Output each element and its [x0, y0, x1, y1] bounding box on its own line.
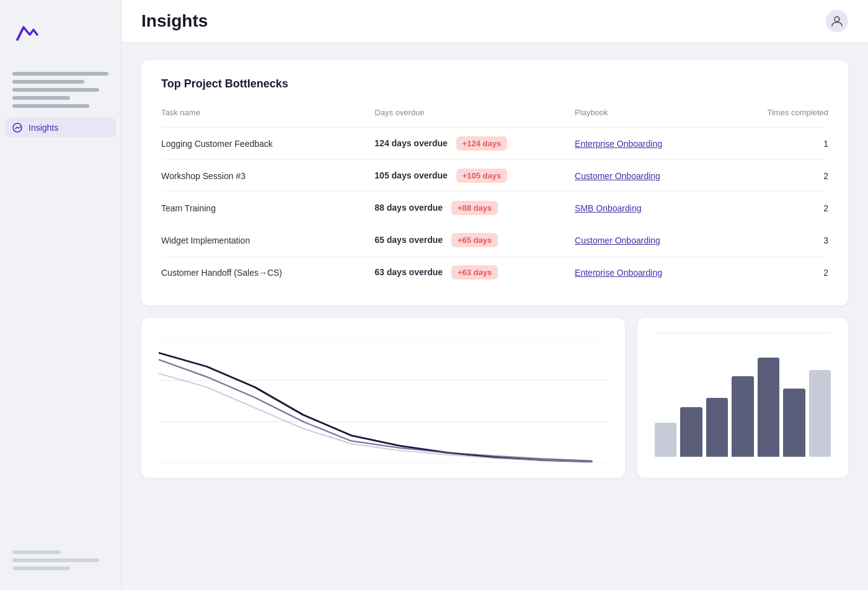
insights-nav-icon: [12, 123, 22, 133]
app-logo-icon: [12, 17, 40, 45]
line-chart-svg: [159, 339, 608, 463]
days-text-4: 63 days overdue: [374, 267, 443, 277]
cell-days-3: 65 days overdue +65 days: [374, 224, 575, 257]
nav-bar-bottom-2: [12, 558, 99, 562]
days-badge-0: +124 days: [456, 136, 508, 151]
days-text-3: 65 days overdue: [374, 235, 443, 245]
content-area: Top Project Bottlenecks Task name Days o…: [122, 43, 868, 590]
days-text-2: 88 days overdue: [374, 203, 443, 213]
nav-bar-1: [12, 72, 108, 76]
nav-bar-3: [12, 88, 99, 92]
bar-6: [783, 389, 805, 457]
cell-times-0: 1: [742, 128, 828, 160]
bar-5: [758, 358, 779, 457]
cell-days-4: 63 days overdue +63 days: [374, 257, 575, 289]
cell-times-2: 2: [742, 192, 828, 224]
cell-playbook-1[interactable]: Customer Onboarding: [575, 160, 742, 192]
bar-1: [655, 423, 676, 457]
cell-task-4: Customer Handoff (Sales→CS): [161, 257, 374, 289]
nav-bar-group-bottom: [0, 540, 121, 580]
header: Insights: [122, 0, 868, 43]
cell-days-2: 88 days overdue +88 days: [374, 192, 575, 224]
days-text-0: 124 days overdue: [374, 138, 448, 148]
table-row: Team Training 88 days overdue +88 days S…: [161, 192, 828, 224]
sidebar-nav: Insights: [0, 118, 121, 138]
playbook-link-3[interactable]: Customer Onboarding: [575, 236, 660, 245]
bar-3: [706, 398, 728, 457]
cell-days-0: 124 days overdue +124 days: [374, 128, 575, 160]
days-badge-3: +65 days: [451, 233, 498, 247]
cell-playbook-0[interactable]: Enterprise Onboarding: [575, 128, 742, 160]
cell-times-1: 2: [742, 160, 828, 192]
sidebar-item-insights-label: Insights: [29, 123, 58, 133]
days-badge-1: +105 days: [456, 169, 508, 183]
table-row: Workshop Session #3 105 days overdue +10…: [161, 160, 828, 192]
bar-chart-area: [655, 333, 831, 457]
bottlenecks-card: Top Project Bottlenecks Task name Days o…: [141, 60, 848, 306]
bottlenecks-table: Task name Days overdue Playbook Times co…: [161, 103, 828, 288]
sidebar: Insights: [0, 0, 122, 590]
cell-task-3: Widget Implementation: [161, 224, 374, 257]
playbook-link-2[interactable]: SMB Onboarding: [575, 203, 641, 213]
col-header-task: Task name: [161, 103, 374, 128]
nav-bar-4: [12, 96, 70, 100]
bar-chart-card: [637, 318, 848, 478]
bar-4: [732, 376, 753, 457]
table-row: Customer Handoff (Sales→CS) 63 days over…: [161, 257, 828, 289]
user-avatar-button[interactable]: [826, 10, 848, 32]
col-header-days: Days overdue: [374, 103, 575, 128]
days-badge-2: +88 days: [451, 201, 498, 215]
cell-playbook-4[interactable]: Enterprise Onboarding: [575, 257, 742, 289]
bar-7: [809, 370, 831, 457]
cell-times-4: 2: [742, 257, 828, 289]
svg-point-1: [835, 17, 839, 22]
cell-task-0: Logging Customer Feedback: [161, 128, 374, 160]
table-row: Logging Customer Feedback 124 days overd…: [161, 128, 828, 160]
user-icon: [831, 15, 843, 27]
playbook-link-4[interactable]: Enterprise Onboarding: [575, 268, 662, 278]
playbook-link-0[interactable]: Enterprise Onboarding: [575, 139, 662, 149]
bar-2: [680, 407, 702, 457]
logo-container[interactable]: [0, 10, 121, 62]
cell-playbook-3[interactable]: Customer Onboarding: [575, 224, 742, 257]
playbook-link-1[interactable]: Customer Onboarding: [575, 171, 660, 181]
nav-bar-5: [12, 104, 89, 108]
table-row: Widget Implementation 65 days overdue +6…: [161, 224, 828, 257]
nav-bar-bottom-3: [12, 566, 70, 570]
nav-bar-2: [12, 80, 84, 84]
bottlenecks-title: Top Project Bottlenecks: [161, 77, 828, 90]
line-chart-area: [159, 339, 608, 463]
main-content: Insights Top Project Bottlenecks Task na…: [122, 0, 868, 590]
nav-bar-bottom-1: [12, 550, 61, 554]
cell-times-3: 3: [742, 224, 828, 257]
line-chart-card: [141, 318, 625, 478]
cell-task-1: Workshop Session #3: [161, 160, 374, 192]
page-title: Insights: [141, 11, 208, 31]
cell-playbook-2[interactable]: SMB Onboarding: [575, 192, 742, 224]
cell-task-2: Team Training: [161, 192, 374, 224]
nav-bar-group-top: [0, 62, 121, 118]
sidebar-item-insights[interactable]: Insights: [5, 118, 116, 138]
charts-row: [141, 318, 848, 478]
cell-days-1: 105 days overdue +105 days: [374, 160, 575, 192]
col-header-times: Times completed: [742, 103, 828, 128]
days-badge-4: +63 days: [451, 265, 498, 280]
col-header-playbook: Playbook: [575, 103, 742, 128]
days-text-1: 105 days overdue: [374, 170, 448, 180]
